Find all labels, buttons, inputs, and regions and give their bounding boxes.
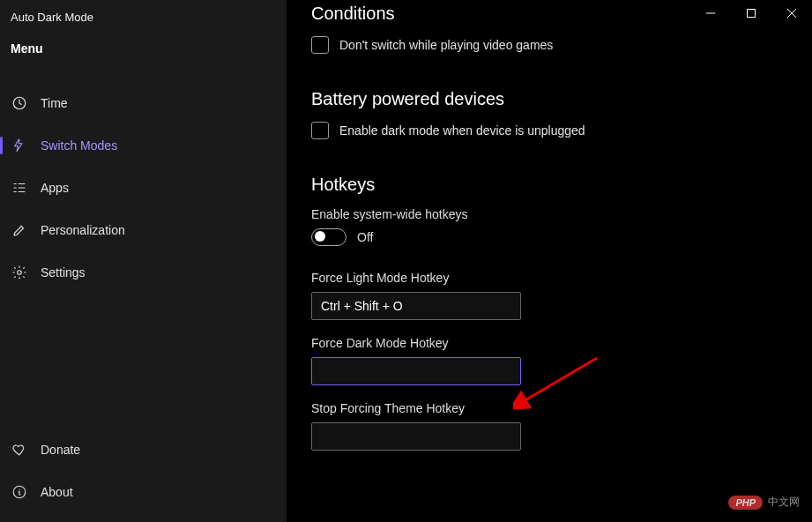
heart-icon <box>11 441 28 459</box>
info-icon <box>11 483 28 501</box>
battery-title: Battery powered devices <box>311 89 787 109</box>
unplugged-checkbox-label: Enable dark mode when device is unplugge… <box>339 123 585 138</box>
enable-hotkeys-label: Enable system-wide hotkeys <box>311 207 787 221</box>
watermark-text: 中文网 <box>768 495 800 510</box>
enable-hotkeys-toggle[interactable] <box>311 228 346 246</box>
personalization-icon <box>11 221 28 239</box>
force-light-input[interactable] <box>311 292 521 320</box>
watermark: PHP 中文网 <box>728 495 800 510</box>
sidebar-item-label: Time <box>41 96 68 110</box>
sidebar-item-settings[interactable]: Settings <box>0 251 287 294</box>
gear-icon <box>11 264 28 281</box>
games-checkbox-label: Don't switch while playing video games <box>339 38 553 52</box>
sidebar-item-switch-modes[interactable]: Switch Modes <box>0 124 287 167</box>
sidebar-item-label: Apps <box>41 181 69 195</box>
sidebar-item-personalization[interactable]: Personalization <box>0 209 287 251</box>
sidebar: Auto Dark Mode Menu Time Switch Modes Ap… <box>0 0 287 522</box>
force-light-label: Force Light Mode Hotkey <box>311 271 787 285</box>
sidebar-item-label: Personalization <box>41 223 125 237</box>
main-nav: Time Switch Modes Apps Personalization S… <box>0 82 287 429</box>
svg-rect-3 <box>748 10 756 18</box>
close-button[interactable] <box>771 0 812 26</box>
menu-heading: Menu <box>0 41 287 82</box>
force-dark-input[interactable] <box>311 357 521 385</box>
sidebar-item-apps[interactable]: Apps <box>0 167 287 209</box>
sidebar-item-about[interactable]: About <box>0 471 287 513</box>
svg-line-4 <box>522 358 597 402</box>
watermark-badge: PHP <box>728 496 763 510</box>
bottom-nav: Donate About <box>0 429 287 513</box>
apps-icon <box>11 179 28 197</box>
clock-icon <box>11 94 28 112</box>
force-dark-label: Force Dark Mode Hotkey <box>311 336 787 350</box>
content-area: Conditions Don't switch while playing vi… <box>287 0 812 522</box>
unplugged-checkbox[interactable] <box>311 122 329 139</box>
battery-unplugged-row: Enable dark mode when device is unplugge… <box>311 122 787 139</box>
maximize-button[interactable] <box>731 0 771 26</box>
sidebar-item-donate[interactable]: Donate <box>0 429 287 471</box>
enable-hotkeys-state: Off <box>357 230 373 244</box>
svg-point-1 <box>18 271 22 275</box>
stop-forcing-input[interactable] <box>311 422 521 451</box>
minimize-button[interactable] <box>690 0 731 26</box>
sidebar-item-time[interactable]: Time <box>0 82 287 124</box>
conditions-games-row: Don't switch while playing video games <box>311 36 787 54</box>
stop-forcing-label: Stop Forcing Theme Hotkey <box>311 401 787 415</box>
sidebar-item-label: Donate <box>41 443 80 457</box>
enable-hotkeys-row: Off <box>311 228 787 246</box>
window-controls <box>690 0 812 26</box>
app-title: Auto Dark Mode <box>0 9 287 41</box>
games-checkbox[interactable] <box>311 36 329 54</box>
sidebar-item-label: Settings <box>41 265 86 280</box>
hotkeys-title: Hotkeys <box>311 175 787 195</box>
switch-icon <box>11 137 28 154</box>
sidebar-item-label: About <box>41 485 73 499</box>
sidebar-item-label: Switch Modes <box>41 138 117 153</box>
